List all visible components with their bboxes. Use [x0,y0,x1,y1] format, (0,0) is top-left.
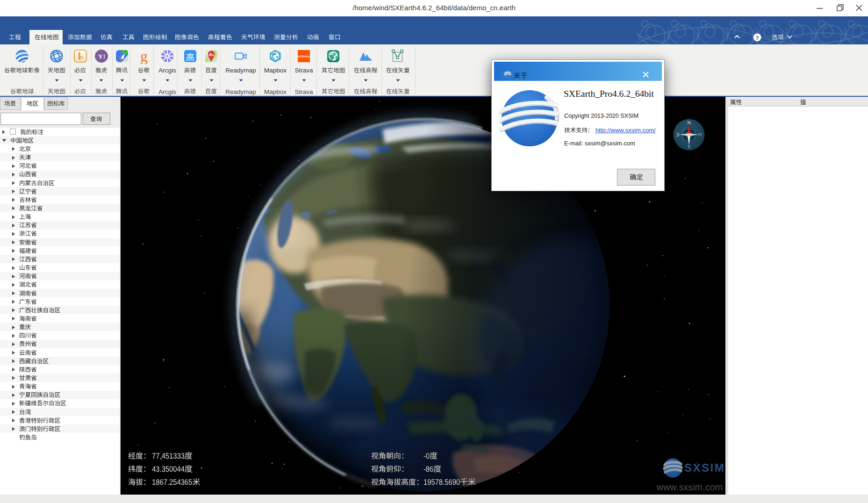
svg-text:W: W [675,132,681,137]
svg-text:Y: Y [98,53,103,60]
svg-text:S: S [688,144,690,150]
svg-text:!: ! [103,53,105,60]
svg-text:STRAVA: STRAVA [298,55,310,58]
svg-text:E: E [697,133,703,137]
svg-text:SXSIM: SXSIM [684,461,725,474]
svg-text:du: du [209,52,214,57]
svg-text:N: N [687,120,691,125]
svg-text:?: ? [756,34,759,41]
svg-text:www.sxsim.com: www.sxsim.com [656,482,723,492]
svg-text:g: g [140,48,148,64]
